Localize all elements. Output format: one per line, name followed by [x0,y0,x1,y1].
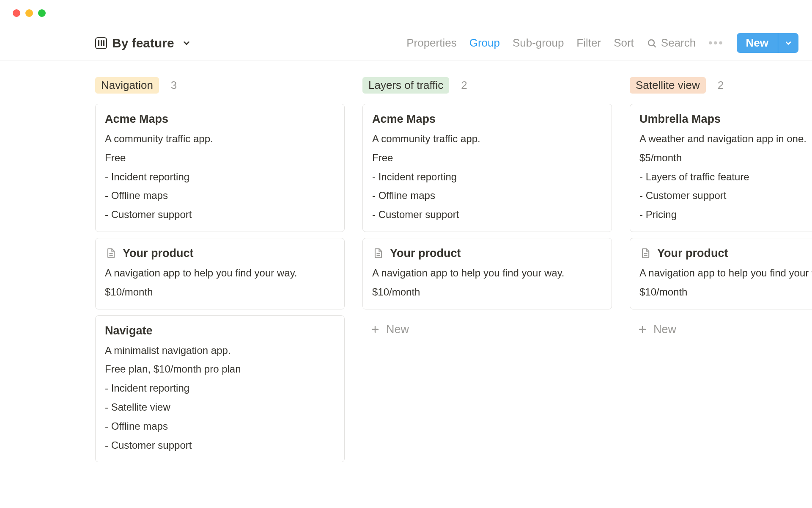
search-icon [647,38,657,48]
window-minimize-icon[interactable] [25,9,33,17]
card-feature-item: - Pricing [639,207,812,222]
card-feature-item: - Offline maps [105,419,335,434]
card-title: Umbrella Maps [639,113,812,126]
column-count: 3 [171,79,177,92]
board: Navigation3Acme MapsA community traffic … [0,61,812,468]
card-title-text: Navigate [105,324,153,337]
new-button[interactable]: New [737,33,798,53]
column-tag[interactable]: Satellite view [630,77,706,94]
card-price: Free [105,151,335,166]
card-description: A minimalist navigation app. [105,343,335,358]
card-title: Your product [639,247,812,260]
card-feature-item: - Incident reporting [105,381,335,396]
card-price: $10/month [105,285,335,300]
card-features: - Incident reporting- Offline maps- Cust… [105,170,335,222]
column-header: Layers of traffic2 [362,77,612,94]
window-maximize-icon[interactable] [38,9,46,17]
card-title-text: Acme Maps [105,113,168,126]
card-title-text: Your product [390,247,461,260]
toolbar-actions: Properties Group Sub-group Filter Sort S… [406,33,798,53]
card-feature-item: - Layers of traffic feature [639,170,812,185]
card-title: Your product [372,247,602,260]
card-feature-item: - Incident reporting [372,170,602,185]
board-card[interactable]: Umbrella MapsA weather and navigation ap… [630,104,812,232]
board-card[interactable]: Your productA navigation app to help you… [630,238,812,309]
page-icon [639,247,651,259]
card-description: A navigation app to help you find your w… [372,266,602,281]
view-label: By feature [112,36,174,50]
board-card[interactable]: Your productA navigation app to help you… [95,238,345,309]
column-tag[interactable]: Layers of traffic [362,77,449,94]
chevron-down-icon [182,39,191,48]
board-card[interactable]: Acme MapsA community traffic app.Free- I… [95,104,345,232]
sort-button[interactable]: Sort [614,36,634,50]
search-button[interactable]: Search [647,36,696,50]
column-count: 2 [718,79,724,92]
board-card[interactable]: Acme MapsA community traffic app.Free- I… [362,104,612,232]
group-button[interactable]: Group [469,36,500,50]
page-icon [105,247,117,259]
board-card[interactable]: Your productA navigation app to help you… [362,238,612,309]
card-title-text: Acme Maps [372,113,436,126]
card-price: Free [372,151,602,166]
card-feature-item: - Customer support [105,207,335,222]
view-selector[interactable]: By feature [95,36,191,50]
card-description: A community traffic app. [105,132,335,146]
plus-icon [637,324,647,334]
card-feature-item: - Customer support [372,207,602,222]
card-title: Navigate [105,324,335,337]
add-card-button[interactable]: New [630,315,812,336]
add-card-label: New [653,323,676,336]
add-card-button[interactable]: New [362,315,612,336]
page-icon [372,247,384,259]
card-title-text: Umbrella Maps [639,113,721,126]
new-button-dropdown[interactable] [778,33,798,53]
column-header: Satellite view2 [630,77,812,94]
card-feature-item: - Incident reporting [105,170,335,185]
column-count: 2 [461,79,467,92]
card-title: Acme Maps [372,113,602,126]
plus-icon [370,324,380,334]
board-column: Layers of traffic2Acme MapsA community t… [362,77,612,468]
card-feature-item: - Offline maps [105,188,335,203]
card-description: A navigation app to help you find your w… [105,266,335,281]
card-features: - Incident reporting- Offline maps- Cust… [372,170,602,222]
card-feature-item: - Customer support [105,438,335,453]
card-feature-item: - Satellite view [105,400,335,415]
board-column: Satellite view2Umbrella MapsA weather an… [630,77,812,468]
svg-line-1 [653,45,656,47]
card-feature-item: - Customer support [639,188,812,203]
card-title: Acme Maps [105,113,335,126]
card-title-text: Your product [123,247,193,260]
more-options-icon[interactable]: ••• [708,36,724,50]
new-button-label: New [737,33,778,53]
card-price: $10/month [639,285,812,300]
board-column: Navigation3Acme MapsA community traffic … [95,77,345,468]
card-description: A weather and navigation app in one. [639,132,812,146]
properties-button[interactable]: Properties [406,36,457,50]
card-features: - Incident reporting- Satellite view- Of… [105,381,335,453]
column-tag[interactable]: Navigation [95,77,159,94]
card-title: Your product [105,247,335,260]
card-description: A navigation app to help you find your w… [639,266,812,281]
window-close-icon[interactable] [13,9,20,17]
subgroup-button[interactable]: Sub-group [513,36,564,50]
card-title-text: Your product [657,247,728,260]
add-card-label: New [386,323,409,336]
search-label: Search [661,36,696,50]
card-description: A community traffic app. [372,132,602,146]
board-view-icon [95,37,107,49]
card-feature-item: - Offline maps [372,188,602,203]
filter-button[interactable]: Filter [576,36,601,50]
toolbar: By feature Properties Group Sub-group Fi… [0,17,812,61]
card-features: - Layers of traffic feature- Customer su… [639,170,812,222]
card-price: $5/month [639,151,812,166]
column-header: Navigation3 [95,77,345,94]
card-price: $10/month [372,285,602,300]
board-card[interactable]: NavigateA minimalist navigation app.Free… [95,315,345,463]
window-controls [0,0,812,17]
card-price: Free plan, $10/month pro plan [105,362,335,377]
